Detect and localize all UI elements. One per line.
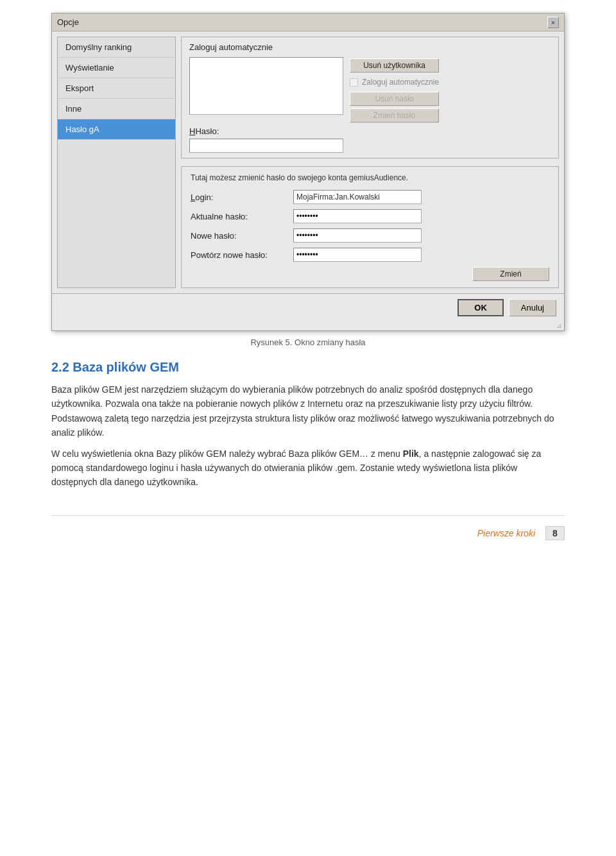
new-password-row: Nowe hasło: — [191, 228, 549, 243]
new-password-input[interactable] — [293, 228, 422, 243]
login-row: Login: MojaFirma:Jan.Kowalski — [191, 190, 549, 204]
change-password-description: Tutaj możesz zmienić hasło do swojego ko… — [191, 173, 549, 182]
page-footer: Pierwsze kroki 8 — [51, 515, 565, 540]
autologin-checkbox[interactable] — [350, 78, 358, 87]
login-input[interactable]: MojaFirma:Jan.Kowalski — [293, 190, 422, 204]
nav-item-wyswietlanie[interactable]: Wyświetlanie — [58, 58, 175, 78]
autologin-checkbox-row: Zaloguj automatycznie — [350, 75, 439, 89]
footer-link[interactable]: Pierwsze kroki — [477, 528, 535, 538]
repeat-password-input[interactable] — [293, 248, 422, 262]
nav-item-eksport[interactable]: Eksport — [58, 78, 175, 99]
remove-password-button[interactable]: Usuń hasło — [350, 92, 439, 106]
password-input[interactable] — [189, 139, 343, 153]
section-heading: 2.2 Baza plików GEM — [51, 360, 565, 375]
autologin-buttons: Usuń użytkownika Zaloguj automatycznie U… — [350, 57, 439, 123]
current-password-label: Aktualne hasło: — [191, 212, 293, 221]
change-password-button[interactable]: Zmień hasło — [350, 108, 439, 123]
password-label: HHasło: — [189, 126, 551, 136]
dialog-footer: OK Anuluj — [52, 293, 564, 321]
dialog-body: Domyślny ranking Wyświetlanie Eksport In… — [52, 31, 564, 293]
zmien-button[interactable]: Zmień — [472, 267, 549, 281]
cancel-button[interactable]: Anuluj — [509, 299, 556, 316]
nav-item-inne[interactable]: Inne — [58, 99, 175, 119]
repeat-password-row: Powtórz nowe hasło: — [191, 248, 549, 262]
resize-handle[interactable]: ⊿ — [52, 321, 564, 330]
autologin-checkbox-label: Zaloguj automatycznie — [362, 78, 439, 87]
dialog-titlebar: Opcje × — [52, 13, 564, 31]
current-password-input[interactable] — [293, 209, 422, 223]
autologin-section: Zaloguj automatycznie Usuń użytkownika Z… — [181, 37, 559, 158]
bold-plik: Plik — [403, 449, 419, 459]
nav-panel: Domyślny ranking Wyświetlanie Eksport In… — [57, 37, 176, 288]
paragraph-2: W celu wyświetlenia okna Bazy plików GEM… — [51, 447, 565, 490]
zmien-button-row: Zmień — [191, 267, 549, 281]
paragraph-1: Baza plików GEM jest narzędziem służącym… — [51, 382, 565, 440]
remove-user-button[interactable]: Usuń użytkownika — [350, 58, 439, 73]
footer-page-number: 8 — [545, 526, 565, 540]
password-row: HHasło: — [189, 126, 551, 153]
login-label: Login: — [191, 193, 293, 202]
figure-caption: Rysunek 5. Okno zmiany hasła — [51, 338, 565, 347]
options-dialog: Opcje × Domyślny ranking Wyświetlanie Ek… — [51, 13, 565, 331]
content-panel: Zaloguj automatycznie Usuń użytkownika Z… — [181, 37, 559, 288]
nav-item-ranking[interactable]: Domyślny ranking — [58, 37, 175, 58]
ok-button[interactable]: OK — [458, 299, 504, 316]
user-list-box[interactable] — [189, 57, 343, 115]
change-password-section: Tutaj możesz zmienić hasło do swojego ko… — [181, 166, 559, 288]
autologin-row: Usuń użytkownika Zaloguj automatycznie U… — [189, 57, 551, 123]
new-password-label: Nowe hasło: — [191, 231, 293, 241]
password-input-row — [189, 139, 551, 153]
nav-item-haslo[interactable]: Hasło gA — [58, 119, 175, 140]
close-button[interactable]: × — [547, 17, 559, 28]
current-password-row: Aktualne hasło: — [191, 209, 549, 223]
autologin-title: Zaloguj automatycznie — [189, 42, 551, 52]
dialog-title: Opcje — [57, 17, 79, 27]
repeat-password-label: Powtórz nowe hasło: — [191, 250, 293, 260]
